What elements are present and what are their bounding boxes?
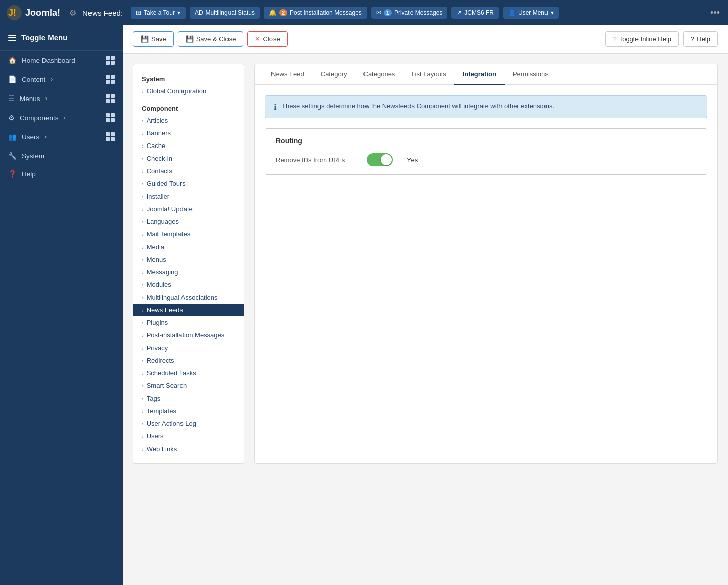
left-panel-guided-tours[interactable]: › Guided Tours [133, 177, 244, 190]
sidebar-item-components[interactable]: ⚙ Components › [0, 108, 123, 127]
articles-chevron-icon: › [142, 118, 144, 124]
left-panel-cache[interactable]: › Cache [133, 139, 244, 152]
post-install-button[interactable]: 🔔 2 Post Installation Messages [264, 7, 367, 19]
sidebar-item-users[interactable]: 👥 Users › [0, 127, 123, 147]
left-panel-web-links[interactable]: › Web Links [133, 443, 244, 455]
tab-integration[interactable]: Integration [454, 64, 505, 85]
gear-icon: ⚙ [69, 8, 76, 18]
left-panel-media[interactable]: › Media [133, 240, 244, 253]
left-panel-user-actions-log[interactable]: › User Actions Log [133, 417, 244, 430]
checkin-chevron-icon: › [142, 156, 144, 162]
sidebar-item-help[interactable]: ❓ Help [0, 165, 123, 183]
grid-icon [106, 132, 115, 141]
close-button[interactable]: ✕ Close [247, 31, 287, 47]
left-panel-post-install[interactable]: › Post-installation Messages [133, 329, 244, 342]
sidebar-item-label: Components [20, 114, 59, 122]
jcms-button[interactable]: ↗ JCMS6 FR [451, 7, 499, 19]
left-panel: System › Global Configuration Component … [133, 64, 244, 464]
tab-permissions[interactable]: Permissions [505, 64, 557, 85]
toggle-inline-help-button[interactable]: ? Toggle Inline Help [605, 31, 679, 47]
system-section-label: System [133, 72, 244, 85]
users-chevron-icon: › [44, 133, 47, 140]
help-question-icon: ? [691, 35, 694, 43]
inline-help-icon: ? [613, 35, 616, 43]
sidebar-item-label: Help [22, 170, 36, 178]
modules-chevron-icon: › [142, 282, 144, 288]
web-links-chevron-icon: › [142, 446, 144, 452]
left-panel-privacy[interactable]: › Privacy [133, 342, 244, 354]
hamburger-icon [8, 35, 16, 41]
global-config-item[interactable]: › Global Configuration [133, 85, 244, 98]
save-button[interactable]: 💾 Save [133, 31, 174, 47]
take-tour-button[interactable]: ⊞ Take a Tour ▾ [131, 7, 186, 19]
left-panel-tags[interactable]: › Tags [133, 392, 244, 405]
save-close-icon: 💾 [186, 35, 194, 43]
svg-text:J!: J! [8, 8, 16, 18]
user-menu-button[interactable]: 👤 User Menu ▾ [503, 7, 559, 19]
tour-chevron-icon: ▾ [177, 9, 180, 16]
multilingual-status-button[interactable]: AD Multilingual Status [190, 7, 260, 19]
left-panel-menus[interactable]: › Menus [133, 253, 244, 266]
left-panel-contacts[interactable]: › Contacts [133, 165, 244, 177]
content-area: System › Global Configuration Component … [123, 54, 728, 474]
left-panel-users[interactable]: › Users [133, 430, 244, 443]
user-actions-chevron-icon: › [142, 421, 144, 427]
help-button[interactable]: ? Help [683, 31, 718, 47]
toggle-knob [381, 154, 392, 165]
left-panel-checkin[interactable]: › Check-in [133, 152, 244, 165]
left-panel-redirects[interactable]: › Redirects [133, 354, 244, 367]
left-panel-modules[interactable]: › Modules [133, 278, 244, 291]
left-panel-articles[interactable]: › Articles [133, 114, 244, 127]
tab-list-layouts[interactable]: List Layouts [403, 64, 454, 85]
left-panel-multilingual[interactable]: › Multilingual Associations [133, 291, 244, 304]
redirects-chevron-icon: › [142, 358, 144, 364]
toolbar: 💾 Save 💾 Save & Close ✕ Close ? Toggle I… [123, 25, 728, 54]
menus-chevron-icon: › [46, 95, 48, 102]
languages-chevron-icon: › [142, 219, 144, 225]
mail-icon: ✉ [376, 9, 381, 16]
plugins-chevron-icon: › [142, 320, 144, 326]
cache-chevron-icon: › [142, 143, 144, 149]
sidebar-item-content[interactable]: 📄 Content › [0, 70, 123, 89]
remove-ids-toggle[interactable] [367, 153, 393, 166]
private-msg-button[interactable]: ✉ 1 Private Messages [371, 7, 448, 19]
external-link-icon: ↗ [457, 9, 462, 16]
help-icon: ❓ [8, 170, 17, 178]
more-options-button[interactable]: ••• [708, 8, 722, 18]
remove-ids-label: Remove IDs from URLs [276, 156, 356, 164]
left-panel-messaging[interactable]: › Messaging [133, 266, 244, 278]
sidebar-item-system[interactable]: 🔧 System [0, 147, 123, 165]
banners-chevron-icon: › [142, 130, 144, 136]
logo[interactable]: J! Joomla! [6, 5, 60, 21]
templates-chevron-icon: › [142, 408, 144, 414]
tab-news-feed[interactable]: News Feed [263, 64, 312, 85]
left-panel-news-feeds[interactable]: › News Feeds [133, 304, 244, 316]
post-install-badge: 2 [279, 9, 287, 16]
user-chevron-icon: ▾ [551, 9, 554, 16]
sidebar-item-menus[interactable]: ☰ Menus › [0, 89, 123, 108]
left-panel-languages[interactable]: › Languages [133, 215, 244, 228]
toggle-menu-button[interactable]: Home Dashboard Toggle Menu [0, 25, 123, 51]
private-msg-badge: 1 [384, 9, 392, 16]
sidebar-item-home[interactable]: 🏠 Home Dashboard [0, 51, 123, 70]
home-icon: 🏠 [8, 56, 17, 64]
tab-categories[interactable]: Categories [355, 64, 403, 85]
smart-search-chevron-icon: › [142, 383, 144, 389]
save-close-button[interactable]: 💾 Save & Close [178, 31, 244, 47]
news-feeds-chevron-icon: › [142, 307, 144, 313]
left-panel-banners[interactable]: › Banners [133, 127, 244, 139]
left-panel-templates[interactable]: › Templates [133, 405, 244, 417]
routing-legend: Routing [276, 137, 697, 145]
logo-text: Joomla! [25, 8, 60, 18]
tab-category[interactable]: Category [312, 64, 355, 85]
layout: Home Dashboard Toggle Menu 🏠 Home Dashbo… [0, 25, 728, 585]
toggle-yes-label: Yes [407, 156, 418, 164]
left-panel-mail-templates[interactable]: › Mail Templates [133, 228, 244, 240]
mail-templates-chevron-icon: › [142, 231, 144, 237]
grid-icon [106, 56, 115, 65]
left-panel-joomla-update[interactable]: › Joomla! Update [133, 203, 244, 215]
left-panel-installer[interactable]: › Installer [133, 190, 244, 203]
left-panel-smart-search[interactable]: › Smart Search [133, 379, 244, 392]
left-panel-plugins[interactable]: › Plugins [133, 316, 244, 329]
left-panel-scheduled-tasks[interactable]: › Scheduled Tasks [133, 367, 244, 379]
